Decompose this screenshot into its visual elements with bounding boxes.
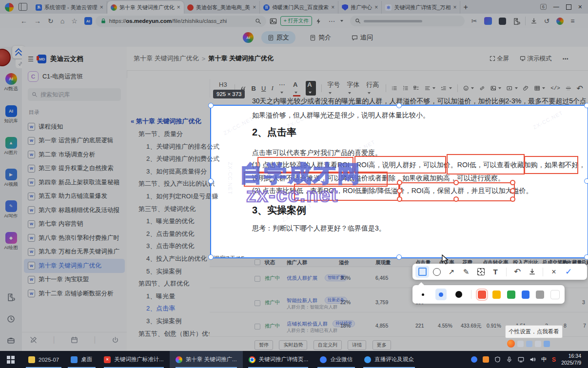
extensions-puzzle-icon[interactable]: [0, 293, 22, 301]
taskbar-item-medeyun-doc[interactable]: 第十章 关键词推广...: [170, 351, 243, 368]
window-close-button[interactable]: ×: [578, 3, 582, 11]
seal-badge-icon[interactable]: [0, 49, 11, 66]
input-bar-icon[interactable]: [535, 341, 541, 347]
undo-icon[interactable]: ↶: [577, 84, 583, 93]
toc-item[interactable]: 2、点击量的优化: [138, 228, 245, 240]
translate-extension-icon[interactable]: [484, 17, 492, 25]
tray-display-icon[interactable]: [518, 356, 524, 363]
indent-icon[interactable]: [441, 85, 447, 92]
doc-item[interactable]: W第十一章 淘宝联盟: [22, 273, 127, 287]
detail-button[interactable]: 详情: [348, 340, 366, 350]
floating-input-bar[interactable]: [507, 340, 550, 348]
rectangle-tool-button[interactable]: [415, 266, 429, 278]
color-white[interactable]: [550, 290, 560, 299]
brush-size-large[interactable]: [453, 289, 465, 300]
checklist-icon[interactable]: [413, 85, 419, 92]
present-mode-button[interactable]: 演示模式: [520, 55, 551, 63]
tab-chapter10[interactable]: 第十章 关键词推广优化 ×: [107, 1, 184, 14]
extension-count-badge[interactable]: 6: [540, 4, 547, 10]
ime-indicator[interactable]: 中: [541, 356, 547, 363]
insert-table-icon[interactable]: [534, 85, 540, 92]
line-height-select[interactable]: 行高: [366, 80, 380, 97]
header-checkbox[interactable]: [255, 259, 260, 265]
more-button[interactable]: 更多: [372, 340, 391, 350]
input-bar-icon[interactable]: [526, 341, 532, 347]
sidebar-item-ai-image[interactable]: ▲ AI图片: [0, 137, 22, 156]
audience-name[interactable]: 店铺长期价值人群: [287, 321, 328, 328]
more-format-icon[interactable]: ⋯: [279, 81, 288, 96]
sogou-ime-icon[interactable]: S: [552, 356, 556, 363]
annotation-rect[interactable]: [524, 156, 578, 174]
doc-item[interactable]: W第三章 提升权重之自然搜索: [22, 162, 127, 176]
tab-summary[interactable]: 简介: [303, 31, 337, 44]
sidebar-item-ai-drawing[interactable]: ◆ AI绘图: [0, 232, 22, 251]
arrow-tool-button[interactable]: ↗: [445, 266, 458, 278]
tab-baidu-search[interactable]: 百 倚暖澳门风云_百度搜索 ×: [260, 1, 338, 14]
doc-item[interactable]: W第四章 新品上架获取流量秘籍: [22, 175, 127, 190]
toc-item[interactable]: 1、关键词推广的排名公式: [138, 140, 245, 153]
assistant-orange-icon[interactable]: [507, 340, 515, 348]
hamburger-icon[interactable]: ☰: [28, 55, 34, 63]
reload-icon[interactable]: ↻: [48, 17, 54, 25]
color-red[interactable]: [478, 291, 486, 299]
window-minimize-button[interactable]: —: [553, 3, 559, 10]
tab-close-icon[interactable]: ×: [253, 4, 256, 11]
search-input[interactable]: 搜索知识库: [28, 88, 121, 101]
forward-icon[interactable]: →: [34, 17, 41, 25]
tray-shield-icon[interactable]: [494, 356, 501, 363]
quick-search-input[interactable]: [350, 16, 465, 26]
sidebar-item-ai-writing[interactable]: ✎ AI写作: [0, 200, 22, 219]
annotation-rect[interactable]: [447, 154, 525, 174]
tab-system-admin[interactable]: 系 系统管理 - 美迪云管理 ×: [32, 1, 107, 14]
search-icon[interactable]: [255, 18, 261, 24]
mosaic-tool-button[interactable]: [474, 266, 488, 278]
taskbar-item-live-comments[interactable]: 直播评论及观众: [358, 351, 420, 368]
tab-original-text[interactable]: 原文: [261, 31, 295, 44]
toc-item[interactable]: 第三节、关键词优化: [138, 203, 245, 215]
emoji-icon[interactable]: [463, 85, 469, 92]
brush-size-small[interactable]: [417, 289, 429, 300]
tab-ask-followup[interactable]: 追问: [345, 31, 379, 44]
row-checkbox[interactable]: [255, 300, 260, 306]
selection-handle[interactable]: [584, 254, 588, 260]
toc-chapter-header[interactable]: « 第十章 关键词推广优化: [131, 117, 201, 126]
font-family-select[interactable]: 字体: [347, 80, 361, 97]
history-clock-icon[interactable]: [0, 315, 22, 323]
ai-extension-icon[interactable]: AI: [84, 17, 92, 25]
back-icon[interactable]: ←: [20, 17, 27, 25]
doc-item-current[interactable]: W第十章 关键词推广优化: [24, 259, 125, 273]
toolbox-icon[interactable]: [0, 336, 22, 345]
ai-assistant-icon[interactable]: AI: [243, 32, 254, 43]
edit-disabled-icon[interactable]: [30, 336, 37, 344]
tray-microphone-icon[interactable]: [506, 356, 512, 363]
audience-name[interactable]: 优质人群扩展: [287, 275, 317, 282]
pen-tool-button[interactable]: ✎: [459, 266, 473, 278]
custom-columns-button[interactable]: 自定义列: [314, 340, 342, 350]
doc-item[interactable]: W第五章 助力店铺流量爆发: [22, 190, 127, 204]
tab-close-icon[interactable]: ×: [177, 4, 180, 11]
tab-meidi-chuangke[interactable]: 美迪创客_美迪电商_美 ×: [184, 1, 260, 14]
highlight-color-button[interactable]: A: [306, 81, 316, 96]
cancel-capture-button[interactable]: ×: [547, 266, 561, 278]
split-view-icon[interactable]: [19, 3, 27, 11]
sidebar-item-knowledge-base[interactable]: AI 知识库: [0, 105, 22, 124]
selection-handle[interactable]: [208, 178, 214, 184]
bullet-list-icon[interactable]: [392, 85, 397, 92]
taskbar-item-spreadsheet[interactable]: ✕ 关键词推广标准计...: [98, 351, 170, 368]
more-tools-icon[interactable]: ⋯: [329, 17, 335, 25]
start-button[interactable]: [7, 356, 15, 364]
breadcrumb-parent[interactable]: 第十章 关键词推广优化: [134, 54, 199, 63]
tab-keyword-detail[interactable]: ❄ 关键词推广详情页_万相 ×: [382, 1, 460, 14]
doc-item[interactable]: W课程须知: [22, 120, 127, 134]
more-actions-icon[interactable]: ⋯: [563, 55, 569, 62]
browser-account-icon[interactable]: [556, 18, 564, 25]
doc-item[interactable]: W第九章 万相台无界关键词推广: [22, 245, 127, 259]
doc-item[interactable]: W第七章 内容营销: [22, 217, 127, 232]
realtime-trend-button[interactable]: 实时趋势: [279, 340, 307, 350]
toc-item[interactable]: 3、点击率的优化: [138, 240, 245, 252]
font-size-select[interactable]: 字号: [327, 80, 341, 97]
italic-button[interactable]: I: [271, 84, 273, 92]
selection-handle[interactable]: [208, 254, 214, 260]
clock[interactable]: 16:34 2025/7/9: [561, 353, 584, 366]
doc-item[interactable]: W第十二章 店铺诊断数据分析: [22, 287, 127, 301]
